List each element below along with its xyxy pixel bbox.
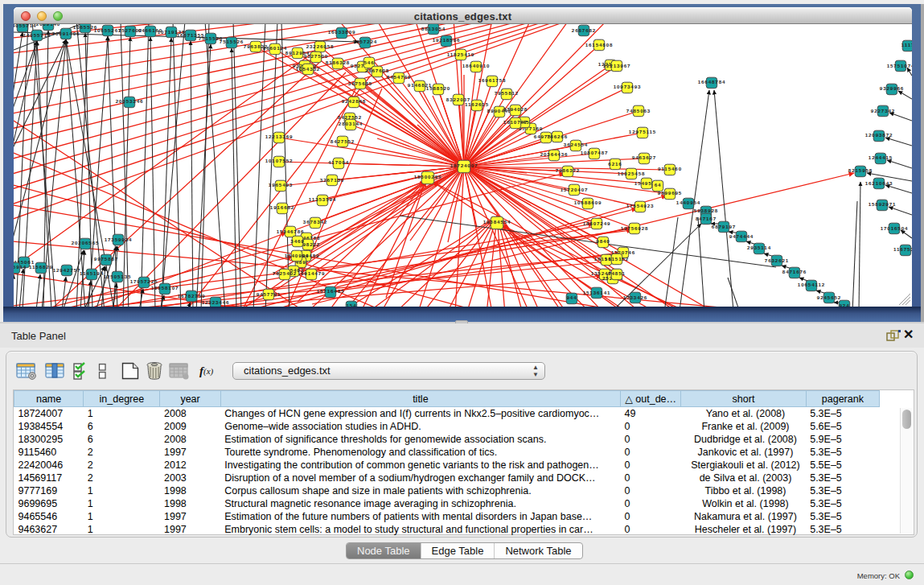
svg-text:17654923: 17654923 [626, 203, 655, 208]
svg-text:18300295: 18300295 [414, 174, 442, 179]
svg-text:1054332: 1054332 [296, 66, 320, 72]
svg-text:20053346: 20053346 [116, 98, 144, 104]
svg-text:847167: 847167 [696, 216, 717, 221]
svg-text:546: 546 [363, 60, 374, 65]
svg-text:(x): (x) [203, 366, 214, 377]
svg-text:7632621: 7632621 [765, 257, 789, 263]
svg-text:2009140: 2009140 [36, 24, 60, 27]
svg-text:154: 154 [346, 303, 356, 307]
svg-text:20091406: 20091406 [52, 31, 80, 36]
svg-text:16648784: 16648784 [698, 79, 726, 84]
svg-text:9457791: 9457791 [257, 291, 281, 297]
svg-text:10973493: 10973493 [614, 84, 642, 89]
svg-text:9474444: 9474444 [729, 233, 754, 239]
svg-text:417004: 417004 [328, 159, 349, 165]
svg-text:20206565: 20206565 [72, 240, 100, 245]
svg-text:8215958: 8215958 [848, 167, 873, 173]
svg-text:924: 924 [839, 303, 849, 307]
svg-text:3624554: 3624554 [564, 142, 588, 147]
svg-text:8186328: 8186328 [326, 60, 350, 65]
svg-text:1540994: 1540994 [285, 253, 309, 258]
svg-text:10958107: 10958107 [151, 285, 179, 290]
svg-text:9327500: 9327500 [304, 53, 328, 59]
svg-text:7357224: 7357224 [353, 39, 377, 44]
svg-text:8427552: 8427552 [331, 138, 355, 144]
svg-text:10654112: 10654112 [798, 282, 825, 287]
svg-text:3678342: 3678342 [303, 219, 327, 225]
svg-text:3675685: 3675685 [348, 80, 372, 86]
svg-text:12505135: 12505135 [104, 274, 132, 279]
svg-text:15046786: 15046786 [277, 229, 305, 234]
svg-text:20364436: 20364436 [540, 151, 569, 157]
svg-text:1588520: 1588520 [426, 85, 450, 91]
svg-text:17359934: 17359934 [105, 237, 133, 242]
svg-text:9245652: 9245652 [817, 295, 841, 300]
svg-text:1610747: 1610747 [503, 119, 528, 125]
svg-text:9227342: 9227342 [871, 108, 895, 113]
svg-text:5938928: 5938928 [694, 208, 718, 213]
svg-text:2867608: 2867608 [365, 68, 389, 73]
svg-text:6879197: 6879197 [712, 224, 736, 229]
svg-text:7986372: 7986372 [556, 167, 580, 173]
svg-text:12942757: 12942757 [53, 267, 81, 273]
svg-text:10807487: 10807487 [581, 150, 609, 155]
svg-text:15892971: 15892971 [869, 201, 897, 207]
svg-text:9794028: 9794028 [503, 106, 528, 112]
svg-text:10025458: 10025458 [618, 171, 646, 176]
svg-text:1167534: 1167534 [893, 246, 912, 252]
svg-text:9463627: 9463627 [632, 154, 656, 160]
svg-text:2803144: 2803144 [339, 121, 363, 126]
svg-text:15720407: 15720407 [561, 187, 589, 192]
svg-text:23226058: 23226058 [306, 43, 335, 49]
svg-text:8660124: 8660124 [263, 45, 287, 51]
svg-text:12213369: 12213369 [265, 134, 294, 139]
svg-text:10688609: 10688609 [574, 200, 602, 205]
svg-text:6216: 6216 [608, 161, 622, 167]
svg-text:11353594: 11353594 [309, 196, 336, 202]
svg-text:15136141: 15136141 [583, 290, 611, 295]
svg-text:18724007: 18724007 [450, 163, 478, 168]
svg-text:19756928: 19756928 [621, 225, 649, 231]
svg-text:10107552: 10107552 [265, 158, 294, 163]
svg-text:1916682: 1916682 [270, 204, 294, 210]
svg-text:944: 944 [566, 295, 577, 300]
svg-text:3915914: 3915914 [14, 264, 27, 270]
svg-text:1733426: 1733426 [623, 295, 647, 300]
svg-text:16210643: 16210643 [865, 180, 893, 186]
svg-text:12213967: 12213967 [603, 63, 631, 68]
svg-text:12975115: 12975115 [629, 129, 656, 134]
svg-text:1615152: 1615152 [605, 256, 629, 262]
svg-text:9329966: 9329966 [880, 85, 904, 91]
svg-text:7955812: 7955812 [495, 90, 519, 96]
svg-text:18640910: 18640910 [462, 63, 491, 68]
svg-text:2687682: 2687682 [572, 27, 596, 33]
svg-text:19384554: 19384554 [483, 219, 511, 225]
svg-text:64: 64 [655, 182, 662, 187]
svg-text:24851: 24851 [608, 270, 626, 276]
svg-text:2935114: 2935114 [747, 245, 771, 250]
svg-text:9840: 9840 [596, 238, 610, 244]
svg-text:1117: 1117 [901, 42, 912, 47]
svg-text:8471676: 8471676 [782, 269, 807, 274]
svg-text:16033809: 16033809 [328, 29, 356, 35]
svg-text:15751074: 15751074 [887, 63, 912, 68]
svg-text:8813054: 8813054 [421, 26, 446, 31]
svg-text:16154808: 16154808 [585, 42, 614, 47]
svg-text:11525419: 11525419 [447, 51, 474, 57]
svg-text:14055714: 14055714 [23, 32, 51, 38]
svg-text:14055714: 14055714 [14, 24, 36, 28]
svg-text:1162615: 1162615 [465, 101, 489, 107]
svg-text:3267130: 3267130 [320, 177, 344, 183]
svg-text:1156829: 1156829 [29, 264, 53, 270]
svg-text:12923446: 12923446 [202, 299, 230, 305]
svg-text:8454749: 8454749 [387, 74, 411, 80]
svg-text:17957225: 17957225 [130, 278, 158, 284]
svg-text:9115460: 9115460 [658, 166, 682, 171]
svg-text:1965493: 1965493 [269, 182, 293, 187]
svg-text:1145194: 1145194 [80, 270, 104, 276]
svg-text:9975887: 9975887 [94, 256, 118, 262]
svg-text:7625402: 7625402 [273, 270, 297, 276]
svg-text:9699695: 9699695 [658, 190, 682, 196]
svg-text:1440954: 1440954 [676, 200, 700, 205]
svg-text:18807249: 18807249 [583, 220, 611, 226]
